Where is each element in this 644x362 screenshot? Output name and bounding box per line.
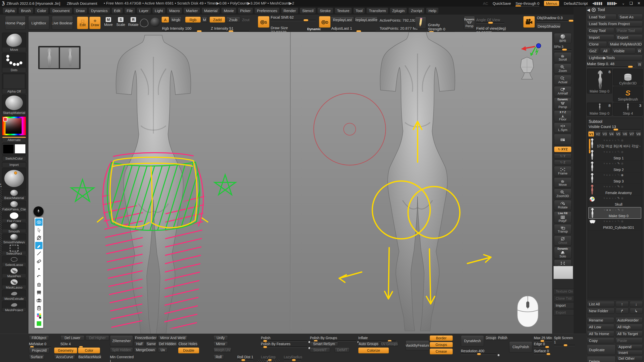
insert-button[interactable]: Insert [617,350,643,355]
epicpen-eye-tool[interactable] [35,218,43,226]
tray-item-swatches[interactable] [2,143,26,155]
minimize-button[interactable]: ⌄ [622,1,625,6]
home-page-button[interactable]: Home Page [5,16,26,30]
menu-transform[interactable]: Transform [366,8,388,14]
bottom-backfacemask[interactable]: BackfaceMask [78,354,102,359]
strip-button-z[interactable]: ↻Z [554,160,572,165]
draw-button[interactable]: ✛Draw [89,17,101,29]
color-a-button[interactable]: A [162,17,169,23]
replay-last-button[interactable]: ReplayLast [331,17,354,23]
subtool-header[interactable]: Subtool [588,119,641,124]
tray-item-startupmaterial[interactable]: StartupMaterial [2,95,26,115]
subtool-tab-v1[interactable]: V1 [588,131,594,137]
shelf-resize-handle[interactable]: ▲▼ [257,359,280,362]
movie-camera-button[interactable] [523,16,535,28]
subtool-item[interactable]: ▾●●◖◗✎◉Make Step 0 [588,207,641,219]
del-other-button[interactable]: Del Other [617,356,643,361]
menu-tool[interactable]: Tool [353,8,365,14]
strip-button-move[interactable]: Move [554,177,572,188]
menu-light[interactable]: Light [152,8,166,14]
strip-button-scroll[interactable]: Scroll [554,52,572,62]
epicpen-trash-tool[interactable] [35,281,43,288]
edit-button[interactable]: ⬚Edit [77,17,88,29]
subtool-tab-v4[interactable]: V4 [609,131,615,137]
axis-gizmo[interactable] [519,41,544,57]
bottom-midvalue[interactable]: MidValue 0 [29,342,51,348]
menu-stencil[interactable]: Stencil [300,8,316,14]
bottom-resolution[interactable]: Resolution 400 [461,349,497,355]
strip-button-zoom[interactable]: Zoom [554,64,572,74]
strip-button-polyf[interactable]: Line FillPolyF [554,211,572,223]
mrgb-button[interactable]: Mrgb [170,17,182,23]
visible-count-slider[interactable]: Visible Count 13 [589,124,641,130]
tool-item-step4[interactable]: 3 Step 4 [613,103,643,116]
append-button[interactable]: Append [617,344,643,349]
zadd-button[interactable]: Zadd [210,17,225,23]
bottom-zremesher[interactable]: ZRemesher [110,335,133,346]
tool-item-current[interactable]: 8 Make Step 0 [587,69,612,94]
load-tools-from-project-button[interactable]: Load Tools From Project [587,21,643,27]
menu-movie[interactable]: Movie [221,8,236,14]
move-into-folder-button[interactable]: ↳ [630,308,643,314]
deep-shadow-button[interactable]: DeepShadow [536,23,561,29]
bottom-same[interactable]: Same [146,341,157,346]
bottom-roll[interactable]: Roll [213,354,224,359]
visible-button[interactable]: Visible [612,48,635,54]
strip-button-rotate[interactable]: Rotate [554,200,572,210]
tray-item-basicmaterial[interactable]: BasicMaterial [2,190,26,200]
bottom-mirror-weld[interactable]: Mirror And Weld [158,335,188,340]
all-low-button[interactable]: All Low [587,324,614,330]
bottom-freezeborder[interactable]: FreezeBorder [134,335,157,340]
menu-color[interactable]: Color [35,8,49,14]
strip-button-persp[interactable]: DynamicPersp [554,98,572,109]
r-button[interactable]: R [636,48,643,54]
make-polymesh3d-button[interactable]: Make PolyMesh3D [608,41,643,47]
subtool-item[interactable]: ▾●●◖◗✎◉Female Anatomy [588,184,641,196]
bottom-polish-groups[interactable]: Polish By Groups [310,336,356,342]
menu-alpha[interactable]: Alpha [3,8,17,14]
bottom-polish-feat[interactable]: Polish By Features [261,342,307,348]
menu-edit[interactable]: Edit [111,8,123,14]
load-tool-button[interactable]: Load Tool [587,14,617,20]
bottom-roll-dist[interactable]: Roll Dist 1 [237,355,253,361]
lightbox-tools-button[interactable]: Lightbox▶Tools [587,55,643,61]
tray-item-fabiopaiva-clay2[interactable]: FabioPaiva_Clay2 [2,201,26,211]
bottom-storemt[interactable]: StoreMT [310,347,330,352]
navigator-thumb-2[interactable] [60,47,79,68]
make-step-r-button[interactable]: R [637,62,643,67]
lightbox-button[interactable]: LightBox [28,16,49,30]
epicpen-eraser-tool[interactable] [35,257,43,265]
strip-button-y[interactable]: ↻Y [554,154,572,159]
strip-button-transp[interactable]: Transp [554,224,572,234]
bottom-unify[interactable]: Unify [213,335,228,340]
bottom-morph-uv[interactable]: Morph UV [213,347,231,352]
bottom-min-conn[interactable]: Min Connected I [110,355,134,362]
strip-button-actual[interactable]: x1Actual [554,75,572,85]
strip-button-ghost[interactable]: Ghost [554,236,572,246]
figure-right[interactable] [380,32,455,331]
bottom-mergedown[interactable]: MergeDown [134,347,157,352]
bottom-polish[interactable]: Polish [261,336,307,342]
subtool-row-icons[interactable]: ▾●●◖◗✎◉ [603,139,625,142]
menu-zscript[interactable]: Zscript [408,8,425,14]
epic-pen-launcher[interactable] [33,206,44,216]
tray-item-selectlasso[interactable]: SelectLasso [2,256,26,266]
zcut-button[interactable]: Zcut [241,17,250,23]
bottom-close-holes[interactable]: Close Holes [178,341,198,346]
focal-shift-slider[interactable]: Focal Shift 62 [271,15,316,21]
menu-file[interactable]: File [124,8,135,14]
dynamic-label[interactable]: Dynamic [307,27,321,31]
menu-material[interactable]: Material [202,8,220,14]
epicpen-dot-tool[interactable] [35,265,43,273]
strip-button-camlock[interactable] [554,134,572,145]
delete-button[interactable]: Delete [587,356,616,362]
epicpen-palette-tool[interactable] [35,312,43,319]
bottom-color[interactable]: Color [78,347,100,353]
bottom-split-hidden[interactable]: Split Hidden [110,347,133,352]
m-button[interactable]: M [202,17,207,23]
bottom-split-screen[interactable]: Split Screen 1 [554,336,575,346]
new-folder-button[interactable]: New Folder [587,308,615,314]
epicpen-line-tool[interactable] [35,250,43,257]
default-zscript-button[interactable]: DefaultZScript [564,1,588,6]
move-button[interactable]: MMove [103,17,114,27]
